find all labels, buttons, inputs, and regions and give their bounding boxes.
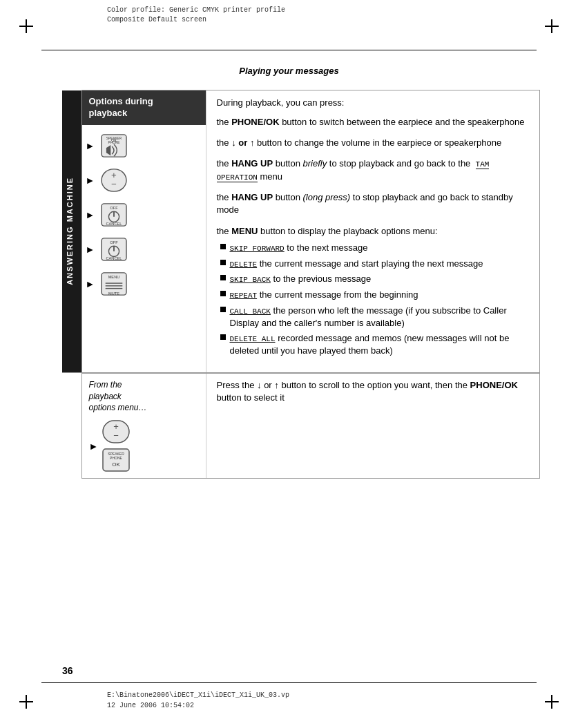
arrow-3: ► <box>86 209 95 220</box>
icon-row-2: ► + − <box>82 163 206 198</box>
volume-icon: + − <box>98 167 129 193</box>
bullet-sq-4 <box>220 291 226 296</box>
bullet-call-back: CALL BACK the person who left the messag… <box>220 305 530 329</box>
svg-text:CANCEL: CANCEL <box>106 256 122 260</box>
svg-text:−: − <box>111 179 117 189</box>
color-profile: Color profile: Generic CMYK printer prof… <box>107 6 285 25</box>
top-rule <box>41 50 537 50</box>
delete-mono: DELETE <box>230 260 258 269</box>
icon-row-3: ► OFF CANCEL <box>82 198 206 232</box>
svg-text:OFF: OFF <box>110 240 118 245</box>
bottom-row: From the playback options menu… ► + − <box>62 373 540 478</box>
bullet-sq-3 <box>220 275 226 280</box>
cancel-icon-1: OFF CANCEL <box>98 202 129 228</box>
bottom-icon-col: + − SPEAKER PHONE OK <box>102 419 131 472</box>
bottom-arrow: ► <box>89 441 99 452</box>
main-row: ANSWERING MACHINE Options during playbac… <box>62 90 540 373</box>
icon-rows: ► OK SPEAKER PHONE <box>82 125 206 305</box>
left-panel: Options during playback ► OK <box>81 90 206 373</box>
reg-mark-br <box>545 695 559 709</box>
svg-text:CANCEL: CANCEL <box>106 222 122 226</box>
svg-text:OK: OK <box>113 461 121 468</box>
svg-text:−: − <box>114 430 119 441</box>
arrow-2: ► <box>86 175 95 186</box>
options-header: Options during playback <box>82 90 206 125</box>
reg-mark-tl <box>19 19 33 33</box>
bullet-delete: DELETE the current message and start pla… <box>220 258 530 270</box>
main-content: ANSWERING MACHINE Options during playbac… <box>62 90 540 479</box>
vol-arrows-bold: ↓ or ↑ <box>231 137 254 148</box>
option-hangup-long: the HANG UP button (long press) to stop … <box>217 191 530 216</box>
cancel-icon-2: OFF CANCEL <box>98 236 129 262</box>
skip-back-mono: SKIP BACK <box>230 276 271 284</box>
sidebar-cell: ANSWERING MACHINE <box>62 90 81 373</box>
bottom-ok-icon: SPEAKER PHONE OK <box>102 448 131 472</box>
hangup-brief-bold: HANG UP <box>231 158 273 169</box>
svg-text:SPEAKER: SPEAKER <box>106 137 122 140</box>
bullet-skip-forward: SKIP FORWARD to the next message <box>220 242 530 254</box>
hangup-long-bold: HANG UP <box>231 192 273 202</box>
option-phone-ok: the PHONE/OK button to switch between th… <box>217 116 530 128</box>
bottom-rule <box>41 682 537 683</box>
icon-row-1: ► OK SPEAKER PHONE <box>82 128 206 163</box>
briefly-italic: briefly <box>303 158 327 169</box>
page-header: Playing your messages <box>0 66 578 76</box>
content-table: ANSWERING MACHINE Options during playbac… <box>62 90 540 479</box>
bullet-sq <box>220 244 226 249</box>
option-menu: the MENU button to display the playback … <box>217 225 530 357</box>
menu-bold: MENU <box>231 226 258 236</box>
arrow-1: ► <box>86 140 95 151</box>
right-panel: During playback, you can press: the PHON… <box>206 90 540 373</box>
page-number: 36 <box>62 665 73 676</box>
repeat-mono: REPEAT <box>230 291 258 300</box>
svg-text:MUTE: MUTE <box>108 291 119 296</box>
bullet-sq-6 <box>220 334 226 340</box>
speakerphone-icon: OK SPEAKER PHONE <box>98 133 129 159</box>
bullet-sq-5 <box>220 307 226 312</box>
bottom-right-cell: Press the ↓ or ↑ button to scroll to the… <box>206 373 540 478</box>
page-title: Playing your messages <box>239 66 339 76</box>
reg-mark-tr <box>545 19 559 33</box>
during-title: During playback, you can press: <box>217 97 530 108</box>
svg-text:PHONE: PHONE <box>108 141 119 144</box>
bullet-skip-back: SKIP BACK to the previous message <box>220 273 530 285</box>
icon-row-5: ► MENU MUTE <box>82 267 206 301</box>
bottom-left-cell: From the playback options menu… ► + − <box>81 373 206 478</box>
skip-forward-mono: SKIP FORWARD <box>230 245 285 253</box>
arrow-5: ► <box>86 278 95 289</box>
bottom-phone-ok-bold: PHONE/OK <box>470 380 518 390</box>
bullet-repeat: REPEAT the current message from the begi… <box>220 289 530 301</box>
call-back-mono: CALL BACK <box>230 307 271 316</box>
svg-text:MENU: MENU <box>108 275 120 279</box>
bottom-icons: ► + − SPEAKER PHONE OK <box>89 419 199 472</box>
sidebar-label: ANSWERING MACHINE <box>62 170 77 292</box>
bullet-delete-all: DELETE ALL recorded message and memos (n… <box>220 332 530 356</box>
long-press-italic: (long press) <box>303 192 351 202</box>
icon-row-4: ► OFF CANCEL <box>82 232 206 267</box>
bottom-volume-icon: + − <box>102 419 131 444</box>
svg-text:OFF: OFF <box>110 206 118 210</box>
file-info: E:\Binatone2006\iDECT_X1i\iDECT_X1i_UK_0… <box>107 690 289 711</box>
arrow-4: ► <box>86 244 95 255</box>
delete-all-mono: DELETE ALL <box>230 335 276 343</box>
menu-icon: MENU MUTE <box>98 271 129 297</box>
bullet-list: SKIP FORWARD to the next message DELETE … <box>220 242 530 357</box>
phone-ok-bold: PHONE/OK <box>231 117 279 127</box>
bullet-sq-2 <box>220 260 226 265</box>
option-volume: the ↓ or ↑ button to change the volume i… <box>217 137 530 149</box>
reg-mark-bl <box>19 695 33 709</box>
option-hangup-brief: the HANG UP button briefly to stop playb… <box>217 157 530 183</box>
svg-text:PHONE: PHONE <box>110 456 122 460</box>
bottom-label: From the playback options menu… <box>89 379 199 414</box>
